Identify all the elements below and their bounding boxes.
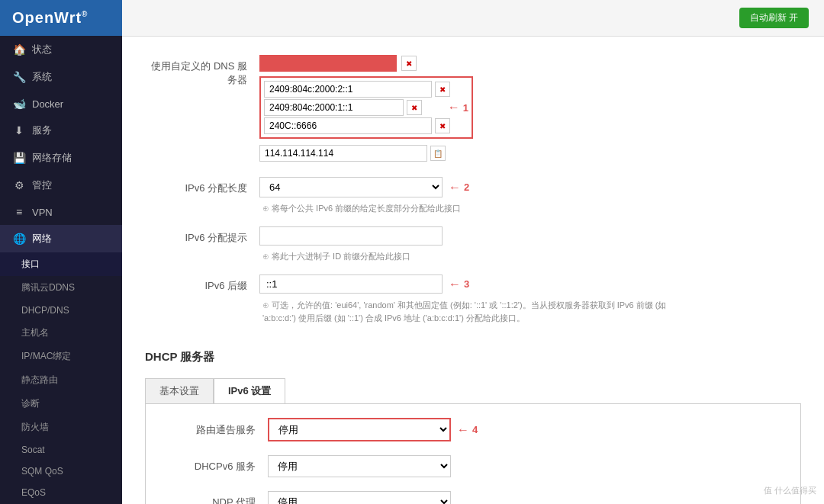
dns-section: 使用自定义的 DNS 服务器 ✖ 2409:804c:2000:2::1 ✖ [145,52,801,327]
sidebar-item-system[interactable]: 🔧 系统 [0,63,122,91]
sidebar-item-label: 系统 [32,70,52,84]
sidebar-sub-ip-mac[interactable]: IP/MAC绑定 [0,345,122,368]
tab-basic[interactable]: 基本设置 [145,378,214,403]
sidebar-sub-socat[interactable]: Socat [0,439,122,461]
control-icon: ⚙ [12,179,26,191]
sidebar-item-docker[interactable]: 🐋 Docker [0,91,122,117]
vpn-icon: ≡ [12,206,26,218]
main-content: 自动刷新 开 使用自定义的 DNS 服务器 ✖ 2409:804c:2000:2… [122,0,824,504]
sidebar-sub-eqos[interactable]: EQoS [0,482,122,503]
ipv6-prefix-help: 将每个公共 IPv6 前缀的给定长度部分分配给此接口 [259,203,801,214]
dns-remove-2[interactable]: ✖ [407,100,422,115]
sidebar-item-control[interactable]: ⚙ 管控 [0,172,122,199]
tab-ipv6[interactable]: IPv6 设置 [214,378,285,403]
dns-input-extra[interactable]: 114.114.114.114 [259,145,427,162]
sidebar-item-label: Docker [32,98,63,110]
ipv6-suffix-control: ::1 ← 3 可选，允许的值: 'eui64', 'random' 和其他固定… [259,274,801,324]
ipv6-suffix-label: IPv6 后缀 [145,274,259,293]
network-icon: 🌐 [12,233,26,245]
dhcpv6-select[interactable]: 停用 启用 中继模式 无状态模式 [268,455,451,477]
ipv6-hint-input[interactable] [259,226,443,246]
tabs: 基本设置 IPv6 设置 [145,378,801,404]
sidebar-item-services[interactable]: ⬇ 服务 [0,117,122,144]
ndp-row: NDP 代理 停用 启用 中继模式 [161,488,785,504]
route-adv-select[interactable]: 停用 启用 中继模式 混合模式 [268,418,451,441]
dns-row-3: 240C::6666 ✖ [264,117,468,134]
ipv6-suffix-row: IPv6 后缀 ::1 ← 3 可选，允许的值: 'eui64', 'rando… [145,271,801,327]
dhcp-title: DHCP 服务器 [145,350,801,369]
ipv6-prefix-control: 64 48 56 60 128 disabled ← 2 [259,177,801,214]
dns-remove-1[interactable]: ✖ [435,82,450,97]
sidebar-item-label: 服务 [32,124,52,137]
sidebar-item-label: 网络 [32,232,52,246]
sidebar-sub-menu: 接口 腾讯云DDNS DHCP/DNS 主机名 IP/MAC绑定 静态路由 诊断… [0,252,122,504]
route-adv-label: 路由通告服务 [161,423,268,437]
ipv6-prefix-select[interactable]: 64 48 56 60 128 disabled [259,177,443,197]
system-icon: 🔧 [12,71,26,83]
ipv6-hint-control: 将此十六进制子 ID 前缀分配给此接口 [259,226,801,262]
ipv6-prefix-label: IPv6 分配长度 [145,177,259,195]
dns-input-2[interactable]: 2409:804c:2000:1::1 [264,99,404,116]
annotation-3: 3 [464,278,469,290]
topbar: 自动刷新 开 [122,0,824,37]
content-area: 使用自定义的 DNS 服务器 ✖ 2409:804c:2000:2::1 ✖ [122,37,824,504]
sidebar-sub-firewall[interactable]: 防火墙 [0,416,122,439]
ipv6-hint-label: IPv6 分配提示 [145,226,259,245]
annotation-4: 4 [472,424,478,435]
status-icon: 🏠 [12,43,26,56]
sidebar-item-storage[interactable]: 💾 网络存储 [0,144,122,172]
sidebar-item-label: VPN [32,207,53,218]
sidebar-sub-interface[interactable]: 接口 [0,252,122,276]
ipv6-suffix-help: 可选，允许的值: 'eui64', 'random' 和其他固定值 (例如: '… [259,299,702,324]
suffix-input-row: ::1 ← 3 [259,274,801,294]
docker-icon: 🐋 [12,98,26,110]
sidebar-sub-sqm[interactable]: SQM QoS [0,461,122,482]
sidebar-sub-diagnostics[interactable]: 诊断 [0,392,122,416]
dns-row-1: 2409:804c:2000:2::1 ✖ [264,81,468,98]
sidebar-item-network[interactable]: 🌐 网络 [0,225,122,252]
ipv6-prefix-row: IPv6 分配长度 64 48 56 60 128 disabled [145,174,801,217]
dns-input-0[interactable] [259,55,397,72]
sidebar-item-vpn[interactable]: ≡ VPN [0,199,122,225]
sidebar-item-status[interactable]: 🏠 状态 [0,36,122,63]
ndp-select[interactable]: 停用 启用 中继模式 [268,491,451,504]
storage-icon: 💾 [12,152,26,164]
dns-input-1[interactable]: 2409:804c:2000:2::1 [264,81,432,98]
tab-ipv6-content: 路由通告服务 停用 启用 中继模式 混合模式 ← 4 [145,404,801,504]
extra-dns-row: 114.114.114.114 📋 [259,145,801,162]
dhcp-section: DHCP 服务器 基本设置 IPv6 设置 路由通告服务 停用 启用 中继模式 … [145,350,801,504]
logo-text: OpenWrt [12,9,82,26]
dns-remove-3[interactable]: ✖ [435,118,450,133]
sidebar-item-label: 网络存储 [32,151,72,165]
dns-add[interactable]: 📋 [430,146,446,161]
dhcpv6-row: DHCPv6 服务 停用 启用 中继模式 无状态模式 [161,452,785,480]
ipv6-hint-help: 将此十六进制子 ID 前缀分配给此接口 [259,251,801,262]
dns-control-area: ✖ 2409:804c:2000:2::1 ✖ 2409:804c:2000:1… [259,55,801,162]
route-adv-row: 路由通告服务 停用 启用 中继模式 混合模式 ← 4 [161,415,785,445]
annotation-2: 2 [464,181,469,193]
dns-row: 使用自定义的 DNS 服务器 ✖ 2409:804c:2000:2::1 ✖ [145,52,801,165]
sidebar-item-label: 管控 [32,178,52,192]
dns-remove-0[interactable]: ✖ [401,56,417,71]
services-icon: ⬇ [12,124,26,136]
sidebar-sub-ddns[interactable]: 腾讯云DDNS [0,276,122,300]
logo-sup: ® [82,10,88,18]
sidebar-item-label: 状态 [32,43,52,56]
ndp-label: NDP 代理 [161,496,268,505]
annotation-1: 1 [463,102,468,114]
dhcpv6-label: DHCPv6 服务 [161,460,268,474]
logo: OpenWrt® [0,0,122,36]
sidebar-sub-hostname[interactable]: 主机名 [0,321,122,345]
auto-refresh-button[interactable]: 自动刷新 开 [739,8,809,28]
dns-input-group: 2409:804c:2000:2::1 ✖ 2409:804c:2000:1::… [259,76,473,139]
dns-label: 使用自定义的 DNS 服务器 [145,55,259,87]
sidebar-sub-dhcp-dns[interactable]: DHCP/DNS [0,300,122,321]
sidebar-sub-static-route[interactable]: 静态路由 [0,368,122,392]
sidebar: OpenWrt® 🏠 状态 🔧 系统 🐋 Docker ⬇ 服务 💾 网络存储 … [0,0,122,504]
dns-row-2: 2409:804c:2000:1::1 ✖ ← 1 [264,99,468,116]
ipv6-hint-row: IPv6 分配提示 将此十六进制子 ID 前缀分配给此接口 [145,223,801,265]
dns-input-3[interactable]: 240C::6666 [264,117,432,134]
ipv6-suffix-input[interactable]: ::1 [259,274,443,294]
